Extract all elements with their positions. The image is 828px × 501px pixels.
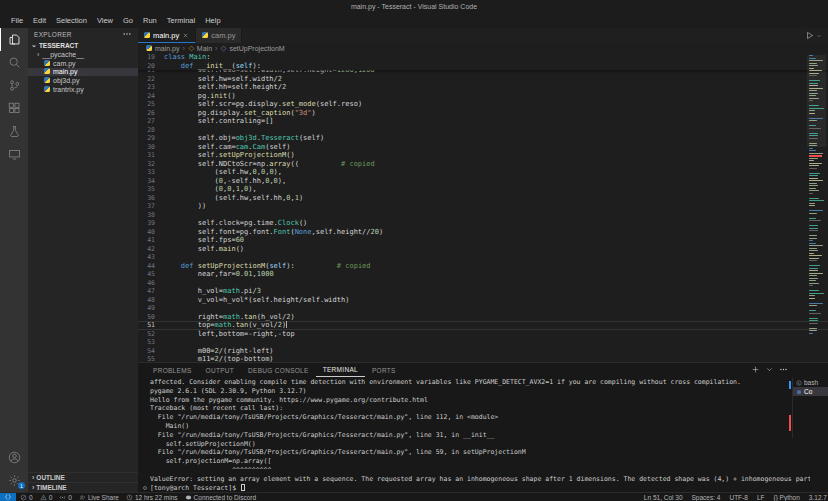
code-body[interactable]: 21 self.reso=self.width,self.height=1200… <box>138 53 828 362</box>
line-number[interactable]: 53 <box>138 338 164 347</box>
code-line-30[interactable]: 30 self.cam=cam.Cam(self) <box>138 143 828 152</box>
code-line-40[interactable]: 40 self.font=pg.font.Font(None,self.heig… <box>138 228 828 237</box>
code-line-29[interactable]: 29 self.obj=obj3d.Tesseract(self) <box>138 134 828 143</box>
sidebar-section-timeline[interactable]: ›TIMELINE <box>28 482 138 492</box>
code-line-46[interactable]: 46 <box>138 279 828 288</box>
terminal[interactable]: affected. Consider enabling compile time… <box>142 378 810 491</box>
code-line-38[interactable]: 38 <box>138 211 828 220</box>
minimap[interactable] <box>809 55 826 362</box>
sidebar-item--pycache-[interactable]: ›__pycache__ <box>28 50 138 59</box>
menu-selection[interactable]: Selection <box>51 16 92 25</box>
line-number[interactable]: 50 <box>138 313 164 322</box>
code-line-42[interactable]: 42 self.main() <box>138 245 828 254</box>
code-line-53[interactable]: 53 <box>138 338 828 347</box>
code-line-43[interactable]: 43 <box>138 253 828 262</box>
line-number[interactable]: 20 <box>138 62 164 71</box>
code-line-37[interactable]: 37 )) <box>138 202 828 211</box>
panel-tab-output[interactable]: OUTPUT <box>199 363 242 377</box>
line-number[interactable]: 25 <box>138 100 164 109</box>
panel-tab-terminal[interactable]: TERMINAL <box>316 363 365 377</box>
status-lf[interactable]: LF <box>757 494 765 501</box>
activity-search-icon[interactable] <box>0 51 28 74</box>
status-error[interactable]: 0 <box>20 494 33 501</box>
line-number[interactable]: 52 <box>138 330 164 339</box>
code-line-24[interactable]: 24 pg.init() <box>138 92 828 101</box>
activity-extensions-icon[interactable] <box>0 97 28 120</box>
code-line-55[interactable]: 55 m11=2/(top-bottom) <box>138 355 828 362</box>
code-line-45[interactable]: 45 near,far=0.01,1000 <box>138 270 828 279</box>
line-number[interactable]: 27 <box>138 117 164 126</box>
activity-testing-icon[interactable] <box>0 120 28 143</box>
line-number[interactable]: 23 <box>138 83 164 92</box>
line-number[interactable]: 49 <box>138 304 164 313</box>
line-number[interactable]: 24 <box>138 92 164 101</box>
status-live-share[interactable]: Live Share <box>79 494 119 501</box>
line-number[interactable]: 38 <box>138 211 164 220</box>
code-line-27[interactable]: 27 self.contraling=[] <box>138 117 828 126</box>
line-number[interactable]: 35 <box>138 185 164 194</box>
line-number[interactable]: 51 <box>138 321 164 330</box>
line-number[interactable]: 37 <box>138 202 164 211</box>
line-number[interactable]: 31 <box>138 151 164 160</box>
menu-file[interactable]: File <box>6 16 28 25</box>
line-number[interactable]: 26 <box>138 109 164 118</box>
code-line-47[interactable]: 47 h_vol=math.pi/3 <box>138 287 828 296</box>
menu-go[interactable]: Go <box>118 16 138 25</box>
status-3-12-7-64-bit[interactable]: 3.12.7 64-bit <box>809 494 828 501</box>
line-number[interactable]: 28 <box>138 126 164 135</box>
activity-source-control-icon[interactable] <box>0 74 28 97</box>
sidebar-item-obj3d-py[interactable]: obj3d.py <box>28 76 138 85</box>
code-line-48[interactable]: 48 v_vol=h_vol*(self.height/self.width) <box>138 296 828 305</box>
code-line-31[interactable]: 31 self.setUpProjectionM() <box>138 151 828 160</box>
code-line-49[interactable]: 49 <box>138 304 828 313</box>
plus-icon[interactable] <box>751 365 760 374</box>
breadcrumb-item-main.py[interactable]: main.py <box>146 45 180 52</box>
sidebar-item-cam-py[interactable]: cam.py <box>28 59 138 68</box>
code-line-50[interactable]: 50 right=math.tan(h_vol/2) <box>138 313 828 322</box>
line-number[interactable]: 42 <box>138 245 164 254</box>
panel-tab-debug-console[interactable]: DEBUG CONSOLE <box>241 363 316 377</box>
code-line-23[interactable]: 23 self.hh=self.height/2 <box>138 83 828 92</box>
line-number[interactable]: 46 <box>138 279 164 288</box>
line-number[interactable]: 55 <box>138 355 164 362</box>
ellipsis-icon[interactable] <box>779 365 788 374</box>
line-number[interactable]: 41 <box>138 236 164 245</box>
status-utf-8[interactable]: UTF-8 <box>729 494 747 501</box>
breadcrumb-item-main[interactable]: Main <box>188 45 212 52</box>
code-line-22[interactable]: 22 self.hw=self.width/2 <box>138 75 828 84</box>
code-line-34[interactable]: 34 (0,-self.hh,0,0), <box>138 177 828 186</box>
code-line-35[interactable]: 35 (0,0,1,0), <box>138 185 828 194</box>
line-number[interactable]: 45 <box>138 270 164 279</box>
code-line-33[interactable]: 33 (self.hw,0,0,0), <box>138 168 828 177</box>
code-editor[interactable]: 21 self.reso=self.width,self.height=1200… <box>138 53 828 362</box>
breadcrumb-item-setupprojectionm[interactable]: setUpProjectionM <box>220 45 284 52</box>
panel-tab-ports[interactable]: PORTS <box>365 363 403 377</box>
line-number[interactable]: 39 <box>138 219 164 228</box>
line-number[interactable]: 32 <box>138 160 164 169</box>
sidebar-section-outline[interactable]: ›OUTLINE <box>28 472 138 482</box>
code-line-44[interactable]: 44 def setUpProjectionM(self): # copied <box>138 262 828 271</box>
code-line-20[interactable]: 20 def __init__(self): <box>138 62 828 71</box>
code-line-52[interactable]: 52 left,bottom=-right,-top <box>138 330 828 339</box>
line-number[interactable]: 47 <box>138 287 164 296</box>
status-broadcast[interactable]: 0 <box>59 494 72 501</box>
sidebar-item-trantrix-py[interactable]: trantrix.py <box>28 85 138 94</box>
run-icon[interactable] <box>805 31 814 40</box>
tab-cam-py[interactable]: cam.py <box>196 28 242 43</box>
status-warning[interactable]: 0 <box>40 494 53 501</box>
line-number[interactable]: 33 <box>138 168 164 177</box>
menu-terminal[interactable]: Terminal <box>162 16 200 25</box>
line-number[interactable]: 22 <box>138 75 164 84</box>
folder-section-header[interactable]: ⌄ TESSERACT <box>28 40 138 50</box>
line-number[interactable]: 43 <box>138 253 164 262</box>
activity-files-icon[interactable] <box>0 28 28 51</box>
line-number[interactable]: 40 <box>138 228 164 237</box>
line-number[interactable]: 29 <box>138 134 164 143</box>
line-number[interactable]: 19 <box>138 53 164 62</box>
remote-indicator[interactable] <box>0 493 16 501</box>
terminal-list-item-co[interactable]: Co <box>793 387 828 396</box>
code-line-19[interactable]: 19class Main: <box>138 53 828 62</box>
line-number[interactable]: 54 <box>138 347 164 356</box>
menu-view[interactable]: View <box>92 16 118 25</box>
code-line-36[interactable]: 36 (self.hw,self.hh,0,1) <box>138 194 828 203</box>
